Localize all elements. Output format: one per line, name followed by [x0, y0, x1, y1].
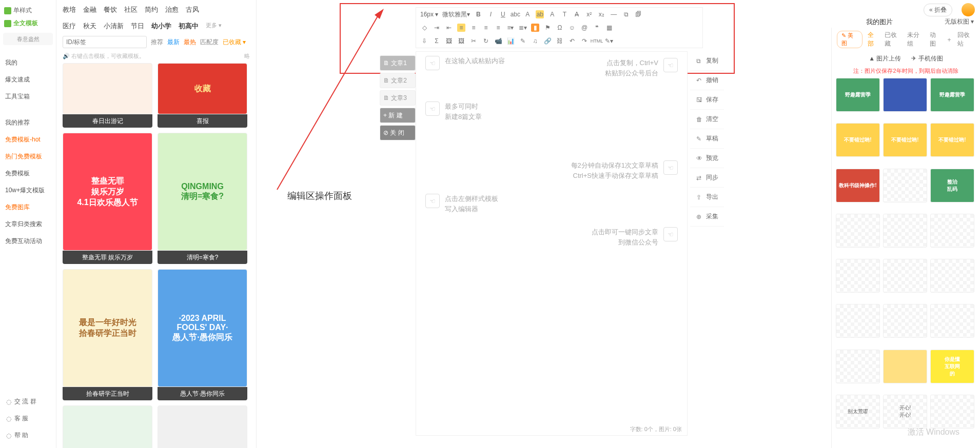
- article-tab[interactable]: 🗎 文章3: [380, 90, 416, 106]
- filter-match[interactable]: 匹配度: [200, 38, 219, 47]
- action-撤销[interactable]: ↶撤销: [690, 71, 724, 90]
- line-height-icon[interactable]: ≡▾: [506, 24, 515, 32]
- indent-dec-icon[interactable]: ⇤: [445, 24, 453, 32]
- align-justify-icon[interactable]: ≡: [494, 24, 502, 32]
- rotate-icon[interactable]: ↻: [482, 37, 490, 45]
- list-icon[interactable]: ≣▾: [519, 24, 527, 32]
- category-item[interactable]: 治愈: [165, 5, 179, 14]
- sigma-icon[interactable]: Σ: [433, 37, 441, 45]
- nav-item[interactable]: 免费图库: [0, 199, 56, 216]
- image-thumb[interactable]: [930, 395, 974, 429]
- action-预览[interactable]: 👁预览: [690, 149, 724, 168]
- image-thumb[interactable]: 不要错过哟!: [836, 123, 880, 157]
- html-icon[interactable]: HTML: [593, 37, 601, 45]
- action-复制[interactable]: ⧉复制: [690, 51, 724, 71]
- download-icon[interactable]: ⇩: [420, 37, 428, 45]
- nav-item[interactable]: 免费模板-hot: [0, 131, 56, 148]
- link-icon[interactable]: 🔗: [543, 37, 552, 45]
- category-item[interactable]: 小清新: [104, 22, 124, 31]
- bottom-link[interactable]: ◌交 流 群: [0, 393, 56, 410]
- category-more[interactable]: 更多 ▾: [206, 22, 222, 31]
- license-filter[interactable]: 无版权图 ▾: [945, 17, 974, 26]
- image-thumb[interactable]: [930, 214, 974, 248]
- season-banner[interactable]: 春意盎然: [3, 33, 53, 45]
- align-right-icon[interactable]: ≡: [482, 24, 490, 32]
- image-thumb[interactable]: 别太荒谬: [836, 395, 880, 429]
- img-tab-trash[interactable]: 回收站: [957, 31, 975, 48]
- category-item[interactable]: 医疗: [63, 22, 76, 31]
- template-card[interactable]: 春日出游记: [63, 63, 152, 128]
- action-导出[interactable]: ⇪导出: [690, 188, 724, 207]
- category-item[interactable]: 初高中: [179, 22, 199, 31]
- image-thumb[interactable]: [883, 350, 927, 383]
- border-icon[interactable]: A: [548, 10, 556, 18]
- image-thumb[interactable]: [883, 169, 927, 202]
- omega-icon[interactable]: Ω: [556, 24, 564, 32]
- image-thumb[interactable]: 不要错过哟!: [883, 123, 927, 157]
- action-同步[interactable]: ⇄同步: [690, 168, 724, 188]
- image-thumb[interactable]: [836, 214, 880, 248]
- copy-icon[interactable]: ⧉: [622, 10, 630, 18]
- highlight-icon[interactable]: ▮: [531, 24, 539, 32]
- img-tab-add[interactable]: ＋: [946, 35, 952, 44]
- category-item[interactable]: 秋天: [83, 22, 96, 31]
- image-thumb[interactable]: [930, 259, 974, 293]
- eraser-icon[interactable]: ◇: [420, 24, 428, 32]
- nav-item[interactable]: 10w+爆文模版: [0, 182, 56, 199]
- quote-icon[interactable]: ❝: [593, 24, 601, 32]
- img-tab-ungroup[interactable]: 未分组: [907, 31, 925, 48]
- unlink-icon[interactable]: ⛓: [556, 37, 564, 45]
- template-card[interactable]: 最是一年好时光 拾春研学正当时拾春研学正当时: [63, 269, 152, 400]
- bottom-link[interactable]: ◌客 服: [0, 410, 56, 427]
- filter-newest[interactable]: 最新: [167, 38, 180, 47]
- image-thumb[interactable]: 教科书级神操作!: [836, 169, 880, 202]
- table-icon[interactable]: ▦: [605, 24, 613, 32]
- category-item[interactable]: 简约: [145, 5, 158, 14]
- nav-item[interactable]: 免费互动活动: [0, 233, 56, 250]
- strike-icon[interactable]: abc: [511, 10, 519, 18]
- image-thumb[interactable]: 你是懂 互联网 的: [930, 350, 974, 383]
- image-thumb[interactable]: [930, 304, 974, 338]
- fold-button[interactable]: « 折叠: [924, 4, 952, 16]
- nav-item[interactable]: 我的推荐: [0, 114, 56, 131]
- underline-icon[interactable]: U: [499, 10, 507, 18]
- mode-single-style[interactable]: 单样式: [0, 4, 56, 17]
- article-tab[interactable]: ⊘ 关 闭: [380, 125, 416, 140]
- image-thumb[interactable]: [883, 214, 927, 248]
- at-icon[interactable]: @: [580, 24, 589, 32]
- flag-icon[interactable]: ⚑: [543, 24, 552, 32]
- video-icon[interactable]: 📹: [494, 37, 502, 45]
- template-card[interactable]: QINGMING 清明=寒食?清明=寒食?: [158, 133, 247, 264]
- image-thumb[interactable]: [883, 78, 927, 112]
- img-tab-fav[interactable]: 已收藏: [885, 31, 902, 48]
- image-thumb[interactable]: 整治 乱码: [930, 169, 974, 202]
- filter-fav[interactable]: 已收藏 ▾: [223, 38, 246, 47]
- article-tab[interactable]: 🗎 文章2: [380, 73, 416, 88]
- img-tab-all[interactable]: 全部: [868, 31, 879, 48]
- font-color-icon[interactable]: A: [523, 10, 532, 18]
- image-thumb[interactable]: [883, 259, 927, 293]
- hr-icon[interactable]: —: [610, 10, 618, 18]
- nav-item[interactable]: 爆文速成: [0, 71, 56, 88]
- template-card[interactable]: 清: [63, 405, 152, 448]
- image-thumb[interactable]: [836, 259, 880, 293]
- category-item[interactable]: 金融: [83, 5, 96, 14]
- template-card[interactable]: 互联网 +: [158, 405, 247, 448]
- editor-canvas[interactable]: ☜在这输入或粘贴内容点击复制，Ctrl+V粘贴到公众号后台☜☜最多可同时新建8篇…: [416, 51, 688, 436]
- category-item[interactable]: 教培: [63, 5, 76, 14]
- avatar[interactable]: [962, 3, 975, 16]
- category-item[interactable]: 社区: [124, 5, 138, 14]
- action-保存[interactable]: 🖫保存: [690, 90, 724, 110]
- image-thumb[interactable]: 开心! 开心!: [883, 395, 927, 429]
- nav-item[interactable]: 文章归类搜索: [0, 216, 56, 233]
- article-tab[interactable]: + 新 建: [380, 108, 416, 123]
- music-icon[interactable]: ♫: [531, 37, 539, 45]
- img-tab-anim[interactable]: 动图: [930, 31, 942, 48]
- upload-mobile-button[interactable]: ✈ 手机传图: [911, 54, 943, 63]
- align-center-icon[interactable]: ≡: [469, 24, 478, 32]
- image-thumb[interactable]: [883, 304, 927, 338]
- category-item[interactable]: 餐饮: [104, 5, 117, 14]
- image-thumb[interactable]: [836, 304, 880, 338]
- indent-inc-icon[interactable]: ⇥: [433, 24, 441, 32]
- edit-icon[interactable]: ✎▾: [605, 37, 613, 45]
